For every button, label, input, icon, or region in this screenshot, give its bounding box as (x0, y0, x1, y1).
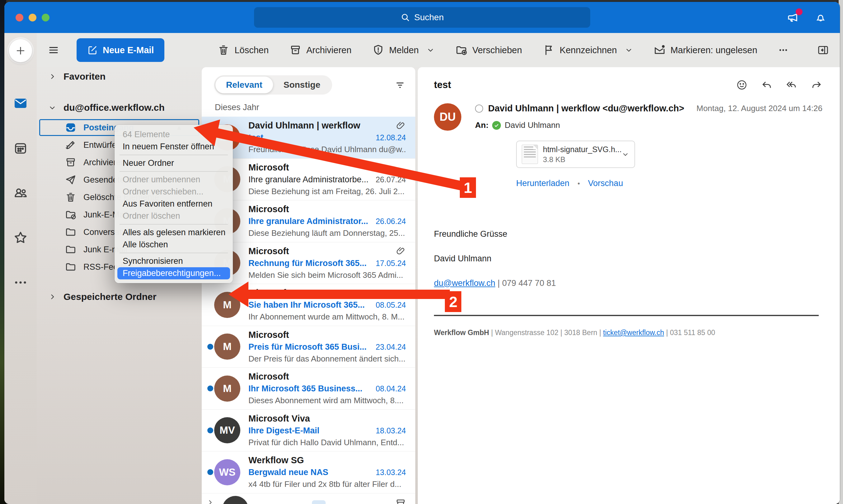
toolbar-item-mark-unread[interactable]: Markieren: ungelesen (653, 44, 757, 56)
mail-icon[interactable] (13, 96, 28, 111)
email-subject: test (248, 133, 371, 143)
more-actions-button[interactable] (777, 44, 789, 56)
new-email-button[interactable]: Neue E-Mail (76, 38, 164, 62)
chevron-down-icon (49, 104, 56, 111)
email-date: 26.07.24 (376, 175, 406, 184)
document-icon (522, 145, 538, 164)
paperclip-icon (396, 246, 406, 256)
email-list-item[interactable]: M Microsoft Ihre granulare Administrator… (202, 200, 415, 242)
preview-link[interactable]: Vorschau (588, 179, 623, 188)
new-item-button[interactable] (9, 39, 32, 62)
toolbar-item-delete[interactable]: Löschen (217, 44, 269, 56)
ellipsis-icon[interactable] (13, 275, 28, 290)
filter-icon[interactable] (394, 79, 406, 91)
email-partial-row[interactable] (202, 493, 415, 504)
avatar: M (214, 376, 240, 402)
email-list-item[interactable]: M Microsoft Preis für Microsoft 365 Busi… (202, 326, 415, 368)
email-sender: Microsoft (248, 246, 396, 256)
email-preview: Diese Beziehung ist am Freitag, 26. Juli… (248, 187, 406, 196)
close-window-button[interactable] (16, 14, 23, 21)
minimize-window-button[interactable] (29, 14, 36, 21)
trash-icon (65, 191, 76, 203)
email-list-item[interactable]: M Microsoft Sie haben Ihr Microsoft 365.… (202, 284, 415, 326)
toolbar-item-archive[interactable]: Archivieren (289, 44, 351, 56)
sidebar-account-header[interactable]: du@office.werkflow.ch (37, 99, 202, 116)
email-list-item[interactable]: DU David Uhlmann | werkflow test 12.08.2… (202, 117, 415, 159)
footer-email-link[interactable]: ticket@werkflow.ch (603, 328, 664, 337)
email-list-item[interactable]: M Microsoft Ihr Microsoft 365 Business..… (202, 368, 415, 410)
menu-item-ordner-l-schen: Ordner löschen (115, 210, 233, 222)
email-subject: Ihre granulare Administratorbe... (248, 175, 371, 184)
mail-dot-icon (653, 44, 666, 56)
email-subject: Rechnung für Microsoft 365... (248, 258, 371, 268)
email-list-item[interactable]: M Microsoft Ihre granulare Administrator… (202, 159, 415, 201)
menu-item-synchronisieren[interactable]: Synchronisieren (115, 255, 233, 267)
menu-item-alle-l-schen[interactable]: Alle löschen (115, 239, 233, 251)
menu-item-alles-als-gelesen-markieren[interactable]: Alles als gelesen markieren (115, 227, 233, 239)
toolbar-item-move[interactable]: Verschieben (455, 44, 522, 56)
email-date: 13.03.24 (376, 468, 406, 477)
chevron-down-icon[interactable] (621, 150, 630, 158)
tab-sonstige[interactable]: Sonstige (273, 76, 331, 93)
body-greeting: Freundliche Grüsse (434, 229, 823, 239)
smiley-reaction-icon[interactable] (736, 79, 748, 91)
menu-item-freigabeberechtigungen-[interactable]: Freigabeberechtigungen... (117, 267, 230, 280)
menu-item-ordner-verschieben-: Ordner verschieben... (115, 186, 233, 198)
megaphone-icon[interactable] (786, 11, 800, 24)
people-icon[interactable] (13, 185, 28, 200)
reading-pane-toggle-icon[interactable] (817, 44, 829, 56)
reply-all-icon[interactable] (786, 79, 797, 91)
email-list-item[interactable]: WS Werkflow SG Bergwald neue NAS 13.03.2… (202, 451, 415, 493)
email-preview: x4 4tb für Filer und 2x 8tb für alter Fi… (248, 480, 406, 489)
focus-tabs: RelevantSonstige (214, 75, 332, 94)
avatar: WS (214, 459, 240, 485)
email-preview: Privat für dich Hallo David Uhlmann, Ent… (248, 438, 406, 447)
email-sender: Microsoft Viva (248, 413, 406, 424)
email-list-item[interactable]: M Microsoft Rechnung für Microsoft 365..… (202, 242, 415, 284)
app-rail (4, 33, 37, 504)
paperclip-icon (396, 121, 406, 131)
star-icon[interactable] (13, 230, 28, 245)
email-list-item[interactable]: MV Microsoft Viva Ihre Digest-E-Mail 18.… (202, 410, 415, 452)
search-input[interactable]: Suchen (254, 7, 590, 28)
email-date: 17.05.24 (376, 259, 406, 268)
unread-dot (207, 385, 213, 391)
toolbar: Neue E-Mail LöschenArchivierenMeldenVers… (37, 33, 840, 67)
company-footer: Werkflow GmbH | Wangenstrasse 102 | 3018… (434, 328, 823, 337)
email-subject: Sie haben Ihr Microsoft 365... (248, 300, 371, 310)
forward-icon[interactable] (811, 79, 823, 91)
sidebar-saved-header[interactable]: Gespeicherte Ordner (37, 288, 202, 306)
avatar: MV (214, 417, 240, 443)
folder-context-menu: 64 ElementeIn neuem Fenster öffnenNeuer … (115, 125, 233, 283)
menu-item-neuer-ordner[interactable]: Neuer Ordner (115, 157, 233, 169)
toolbar-item-flag[interactable]: Kennzeichnen (543, 44, 633, 56)
reply-icon[interactable] (761, 79, 773, 91)
archive-icon (289, 44, 302, 56)
to-name[interactable]: David Uhlmann (505, 121, 560, 130)
bell-icon[interactable] (814, 11, 827, 24)
email-sender: David Uhlmann | werkflow (248, 121, 396, 131)
email-preview: Dieses Abonnement wird am Mittwoch, 8...… (248, 396, 406, 406)
toolbar-item-report[interactable]: Melden (372, 44, 435, 56)
archive-icon[interactable] (396, 498, 406, 504)
body-name: David Uhlmann (434, 254, 823, 264)
chevron-down-icon[interactable] (625, 46, 633, 54)
hamburger-icon[interactable] (47, 44, 60, 56)
signature-email-link[interactable]: du@werkflow.ch (434, 278, 495, 288)
select-message-radio[interactable] (475, 105, 483, 113)
calendar-icon[interactable] (13, 141, 28, 156)
message-date: Montag, 12. August 2024 um 14:26 (690, 104, 823, 113)
email-date: 23.04.24 (376, 343, 406, 352)
email-sender: Microsoft (248, 372, 406, 382)
tab-relevant[interactable]: Relevant (215, 76, 273, 93)
download-link[interactable]: Herunterladen (516, 179, 569, 188)
attachment-card[interactable]: html-signatur_SVG.h... 3.8 KB (516, 141, 635, 168)
email-preview: Melden Sie sich beim Microsoft 365 Admi.… (248, 270, 406, 280)
chevron-down-icon[interactable] (426, 46, 435, 54)
menu-item-in-neuem-fenster-ffnen[interactable]: In neuem Fenster öffnen (115, 141, 233, 153)
menu-separator (120, 171, 228, 172)
avatar: M (214, 334, 240, 360)
menu-item-aus-favoriten-entfernen[interactable]: Aus Favoriten entfernen (115, 198, 233, 210)
zoom-window-button[interactable] (42, 14, 50, 21)
sidebar-favorites-header[interactable]: Favoriten (37, 68, 202, 85)
